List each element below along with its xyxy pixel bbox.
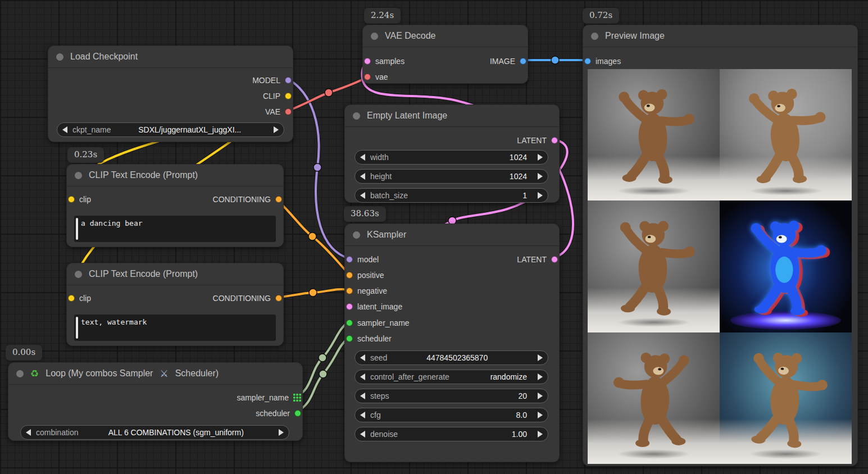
decrement-arrow-icon[interactable] — [360, 412, 365, 418]
decrement-arrow-icon[interactable] — [62, 126, 67, 133]
vae-slot-dot[interactable] — [364, 74, 371, 80]
node-titlebar[interactable]: Empty Latent Image — [345, 105, 559, 127]
preview-image-cell[interactable] — [720, 69, 852, 200]
decrement-arrow-icon[interactable] — [26, 429, 31, 436]
decrement-arrow-icon[interactable] — [360, 192, 365, 199]
increment-arrow-icon[interactable] — [538, 192, 543, 199]
preview-image-cell[interactable] — [720, 200, 852, 332]
node-titlebar[interactable]: VAE Decode — [363, 25, 528, 47]
output-slot-image[interactable]: IMAGE — [490, 57, 526, 66]
increment-arrow-icon[interactable] — [279, 429, 284, 436]
input-slot-clip[interactable]: clip — [68, 195, 91, 204]
steps-widget[interactable]: steps 20 — [355, 389, 548, 403]
width-widget[interactable]: width 1024 — [355, 150, 548, 165]
height-widget[interactable]: height 1024 — [355, 169, 548, 184]
decrement-arrow-icon[interactable] — [360, 354, 365, 361]
cfg-widget[interactable]: cfg 8.0 — [355, 408, 548, 422]
ckpt-name-widget[interactable]: ckpt_name SDXL/juggernautXL_juggXI... — [57, 122, 284, 137]
increment-arrow-icon[interactable] — [538, 412, 543, 418]
increment-arrow-icon[interactable] — [538, 373, 543, 380]
input-slot-images[interactable]: images — [584, 57, 621, 66]
conditioning-slot-dot[interactable] — [346, 272, 353, 279]
output-slot-model[interactable]: MODEL — [252, 76, 292, 85]
preview-image-cell[interactable] — [588, 69, 720, 200]
model-slot-dot[interactable] — [346, 256, 353, 263]
clip-slot-dot[interactable] — [68, 196, 75, 203]
node-empty-latent-image[interactable]: Empty Latent Image LATENT width 1024 hei… — [344, 104, 560, 203]
node-titlebar[interactable]: KSampler — [345, 224, 559, 246]
conditioning-slot-dot[interactable] — [346, 288, 353, 294]
output-slot-scheduler[interactable]: scheduler — [256, 409, 301, 418]
node-titlebar[interactable]: ♻ Loop (My combos Sampler⚔Scheduler) — [8, 363, 302, 385]
scheduler-slot-dot[interactable] — [294, 410, 301, 417]
node-titlebar[interactable]: CLIP Text Encode (Prompt) — [67, 263, 283, 285]
node-loop-sampler-scheduler[interactable]: ♻ Loop (My combos Sampler⚔Scheduler) sam… — [8, 362, 303, 441]
input-slot-clip[interactable]: clip — [68, 294, 91, 303]
model-slot-dot[interactable] — [285, 77, 292, 84]
input-slot-latent-image[interactable]: latent_image — [346, 302, 402, 311]
collapse-dot-icon[interactable] — [353, 112, 360, 120]
denoise-widget[interactable]: denoise 1.00 — [355, 427, 548, 441]
node-titlebar[interactable]: Load Checkpoint — [48, 46, 293, 68]
collapse-dot-icon[interactable] — [16, 370, 24, 377]
latent-slot-dot[interactable] — [364, 58, 371, 65]
conditioning-slot-dot[interactable] — [275, 196, 282, 203]
clip-slot-dot[interactable] — [285, 93, 292, 99]
node-ksampler[interactable]: KSampler model LATENT positive negative — [344, 224, 560, 462]
input-slot-model[interactable]: model — [346, 255, 379, 264]
decrement-arrow-icon[interactable] — [360, 154, 365, 161]
image-slot-dot[interactable] — [520, 58, 526, 65]
input-slot-sampler-name[interactable]: sampler_name — [346, 318, 410, 327]
preview-image-cell[interactable] — [588, 200, 720, 332]
input-slot-positive[interactable]: positive — [346, 271, 384, 280]
combination-widget[interactable]: combination ALL 6 COMBINATIONS (sgm_unif… — [20, 425, 289, 440]
combo-grid-icon[interactable] — [293, 394, 301, 402]
increment-arrow-icon[interactable] — [538, 354, 543, 361]
decrement-arrow-icon[interactable] — [360, 393, 365, 399]
batch-size-widget[interactable]: batch_size 1 — [355, 188, 548, 203]
output-slot-latent[interactable]: LATENT — [517, 255, 558, 264]
image-slot-dot[interactable] — [584, 58, 591, 65]
increment-arrow-icon[interactable] — [538, 173, 543, 180]
prompt-textarea[interactable]: a dancing bear — [74, 216, 276, 242]
increment-arrow-icon[interactable] — [538, 393, 543, 399]
conditioning-slot-dot[interactable] — [275, 295, 282, 302]
latent-slot-dot[interactable] — [551, 256, 558, 263]
output-slot-latent[interactable]: LATENT — [517, 136, 558, 145]
input-slot-samples[interactable]: samples — [364, 57, 405, 66]
node-preview-image[interactable]: Preview Image images — [583, 25, 858, 466]
combo-slot-dot[interactable] — [346, 335, 353, 342]
output-slot-conditioning[interactable]: CONDITIONING — [213, 195, 282, 204]
decrement-arrow-icon[interactable] — [360, 431, 365, 437]
seed-widget[interactable]: seed 44784502365870 — [355, 350, 548, 365]
latent-slot-dot[interactable] — [346, 303, 353, 310]
latent-slot-dot[interactable] — [551, 137, 558, 144]
node-load-checkpoint[interactable]: Load Checkpoint MODEL CLIP VAE ckpt_name… — [48, 45, 293, 142]
collapse-dot-icon[interactable] — [75, 172, 82, 179]
decrement-arrow-icon[interactable] — [360, 173, 365, 180]
preview-image-cell[interactable] — [588, 332, 720, 464]
prompt-textarea[interactable]: text, watermark — [74, 315, 276, 341]
combo-slot-dot[interactable] — [346, 320, 353, 326]
node-titlebar[interactable]: CLIP Text Encode (Prompt) — [67, 165, 283, 186]
increment-arrow-icon[interactable] — [538, 431, 543, 437]
node-clip-text-encode-negative[interactable]: CLIP Text Encode (Prompt) clip CONDITION… — [66, 263, 284, 346]
increment-arrow-icon[interactable] — [538, 154, 543, 161]
node-vae-decode[interactable]: VAE Decode samples IMAGE vae — [362, 25, 528, 84]
input-slot-scheduler[interactable]: scheduler — [346, 334, 392, 343]
node-titlebar[interactable]: Preview Image — [583, 25, 857, 47]
vae-slot-dot[interactable] — [285, 108, 292, 115]
preview-image-cell[interactable] — [720, 332, 852, 464]
input-slot-negative[interactable]: negative — [346, 286, 387, 295]
output-slot-sampler-name[interactable]: sampler_name — [237, 393, 301, 402]
collapse-dot-icon[interactable] — [591, 33, 598, 40]
control-after-generate-widget[interactable]: control_after_generate randomize — [355, 370, 548, 384]
decrement-arrow-icon[interactable] — [360, 373, 365, 380]
clip-slot-dot[interactable] — [68, 295, 75, 302]
collapse-dot-icon[interactable] — [353, 231, 360, 239]
collapse-dot-icon[interactable] — [75, 271, 82, 278]
collapse-dot-icon[interactable] — [371, 33, 378, 40]
collapse-dot-icon[interactable] — [56, 53, 63, 61]
node-clip-text-encode-positive[interactable]: CLIP Text Encode (Prompt) clip CONDITION… — [66, 164, 284, 247]
output-slot-vae[interactable]: VAE — [265, 107, 292, 116]
